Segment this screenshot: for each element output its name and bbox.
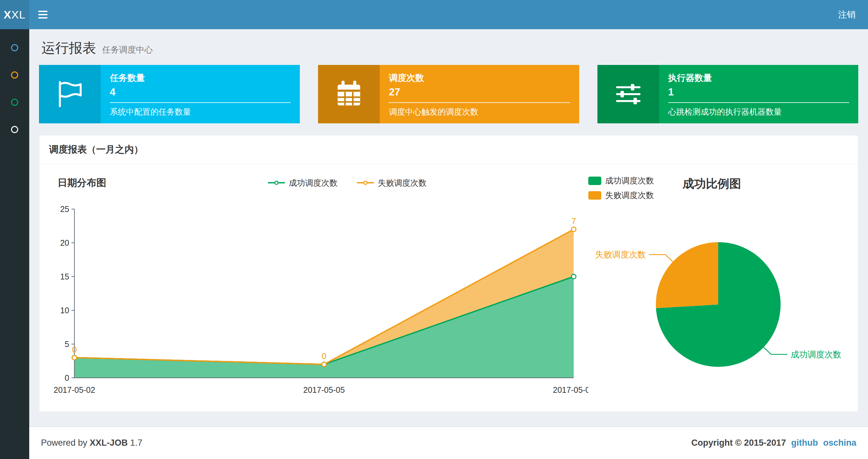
sidebar-toggle-button[interactable]: [29, 0, 57, 29]
svg-text:失败调度次数: 失败调度次数: [595, 250, 646, 259]
info-box-label: 任务数量: [110, 72, 291, 84]
success-ratio-chart: 成功调度次数 失败调度次数 成功比例图 成功调度次数失败调度次数: [588, 173, 851, 403]
info-box-value: 27: [389, 86, 570, 98]
divider: [389, 102, 570, 103]
brand-name: XXL-JOB: [90, 438, 128, 448]
svg-text:20: 20: [60, 238, 69, 248]
info-box-label: 调度次数: [389, 72, 570, 84]
info-box-value: 1: [668, 86, 849, 98]
info-box-triggers: 调度次数 27 调度中心触发的调度次数: [318, 65, 579, 123]
legend-label: 失败调度次数: [378, 177, 427, 188]
line-marker-icon: [357, 182, 374, 184]
report-panel: 调度报表（一月之内） 日期分布图 成功调度次数 失败调度次数: [39, 135, 858, 412]
oschina-link[interactable]: oschina: [823, 438, 856, 448]
legend-item-success[interactable]: 成功调度次数: [268, 177, 338, 188]
line-marker-icon: [268, 182, 285, 184]
legend-label: 失败调度次数: [605, 190, 654, 201]
logo-text-bold: X: [4, 8, 11, 21]
hamburger-icon: [38, 11, 48, 12]
legend-label: 成功调度次数: [289, 177, 338, 188]
version: 1.7: [130, 438, 143, 448]
footer: Powered by XXL-JOB 1.7 Copyright © 2015-…: [29, 427, 868, 459]
sliders-icon: [613, 78, 644, 110]
divider: [110, 102, 291, 103]
svg-text:25: 25: [60, 204, 69, 214]
pie-chart-svg[interactable]: 成功调度次数失败调度次数: [588, 201, 848, 402]
powered-by: Powered by XXL-JOB 1.7: [41, 438, 142, 448]
svg-text:0: 0: [321, 351, 326, 361]
line-chart-svg[interactable]: 05101520252017-05-022017-05-052017-05-08…: [49, 192, 588, 403]
summary-row: 任务数量 4 系统中配置的任务数量 调度次数 27 调度中心: [39, 65, 858, 123]
swatch-icon: [588, 176, 601, 185]
github-link[interactable]: github: [791, 438, 818, 448]
info-box-value: 4: [110, 86, 291, 98]
svg-text:10: 10: [60, 306, 69, 315]
date-distribution-chart: 日期分布图 成功调度次数 失败调度次数 05101520252017-05-02…: [49, 173, 588, 403]
panel-title: 调度报表（一月之内）: [39, 135, 858, 164]
svg-text:2017-05-05: 2017-05-05: [303, 385, 345, 394]
sidebar-item-1[interactable]: [11, 44, 18, 51]
flag-icon: [54, 78, 86, 110]
page-title: 运行报表: [41, 40, 96, 56]
divider: [668, 102, 849, 103]
page-subtitle: 任务调度中心: [102, 45, 153, 55]
calendar-icon: [333, 78, 365, 110]
main-content: 运行报表 任务调度中心 任务数量 4 系统中配置的任务数量: [29, 29, 868, 412]
svg-text:2017-05-08: 2017-05-08: [553, 385, 588, 394]
info-box-label: 执行器数量: [668, 72, 849, 84]
svg-text:15: 15: [60, 272, 69, 281]
logo-text: XL: [11, 8, 26, 21]
top-navbar: XXL 注销: [0, 0, 868, 29]
svg-text:0: 0: [72, 345, 77, 355]
svg-text:2017-05-02: 2017-05-02: [54, 385, 95, 394]
pie-legend-item-fail[interactable]: 失败调度次数: [588, 190, 654, 201]
logout-link[interactable]: 注销: [826, 0, 868, 29]
legend-item-fail[interactable]: 失败调度次数: [357, 177, 427, 188]
line-chart-legend: 成功调度次数 失败调度次数: [106, 177, 588, 188]
info-box-description: 心跳检测成功的执行器机器数量: [668, 106, 849, 117]
sidebar: [0, 29, 29, 459]
swatch-icon: [588, 191, 601, 200]
info-box-description: 系统中配置的任务数量: [110, 106, 291, 117]
info-box-jobs: 任务数量 4 系统中配置的任务数量: [39, 65, 300, 123]
info-box-description: 调度中心触发的调度次数: [389, 106, 570, 117]
sidebar-item-2[interactable]: [11, 71, 18, 78]
legend-label: 成功调度次数: [605, 175, 654, 186]
pie-legend-item-success[interactable]: 成功调度次数: [588, 175, 654, 186]
navbar-right: 注销: [826, 0, 868, 29]
sidebar-item-4[interactable]: [11, 126, 18, 133]
app-logo[interactable]: XXL: [0, 0, 29, 29]
sidebar-item-3[interactable]: [11, 99, 18, 106]
info-box-executors: 执行器数量 1 心跳检测成功的执行器机器数量: [597, 65, 858, 123]
pie-chart-legend: 成功调度次数 失败调度次数: [588, 175, 654, 201]
svg-text:0: 0: [65, 373, 69, 383]
svg-text:5: 5: [65, 339, 69, 349]
line-chart-title: 日期分布图: [58, 176, 106, 190]
page-header: 运行报表 任务调度中心: [39, 29, 858, 65]
svg-text:成功调度次数: 成功调度次数: [791, 350, 841, 359]
copyright: Copyright © 2015-2017: [691, 438, 786, 448]
svg-text:7: 7: [571, 216, 576, 226]
pie-chart-title: 成功比例图: [683, 176, 741, 192]
